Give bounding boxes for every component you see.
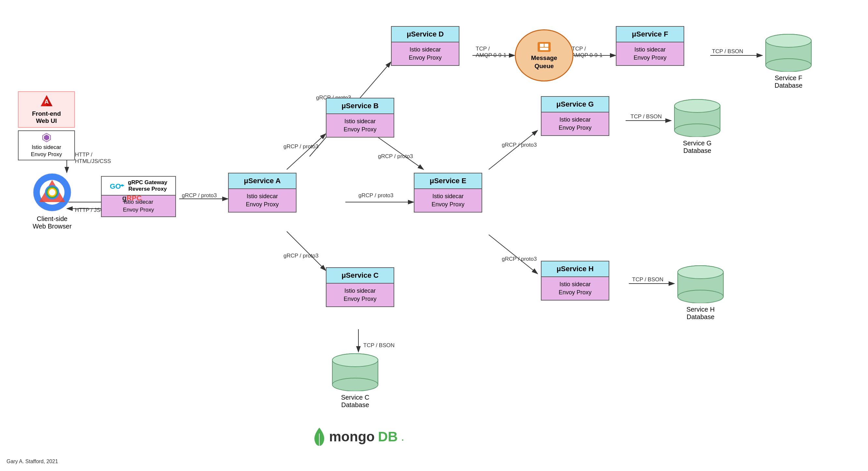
service-a-name: μService A (229, 173, 296, 189)
service-h-box: μService H Istio sidecarEnvoy Proxy (541, 261, 609, 300)
db-h-label: Service HDatabase (675, 306, 726, 321)
svg-point-41 (766, 59, 811, 72)
svg-line-6 (287, 134, 326, 170)
label-grpc-gateway: gRCP / proto3 (182, 192, 217, 199)
label-tcp-bson-c: TCP / BSON (363, 342, 395, 349)
svg-text:GO: GO (110, 182, 121, 190)
service-g-name: μService G (541, 97, 609, 113)
svg-rect-33 (545, 44, 548, 47)
service-a-sidecar: Istio sidecarEnvoy Proxy (229, 189, 296, 212)
svg-point-45 (675, 124, 720, 137)
db-f: Service FDatabase (763, 33, 814, 89)
svg-line-16 (489, 235, 537, 274)
svg-point-46 (675, 99, 720, 113)
arrows-svg (0, 0, 868, 471)
svg-rect-34 (540, 48, 548, 50)
service-c-box: μService C Istio sidecarEnvoy Proxy (326, 267, 394, 307)
label-grpc-ae: gRCP / proto3 (359, 192, 393, 199)
label-grpc-be: gRCP / proto3 (378, 153, 413, 160)
svg-point-37 (332, 378, 378, 391)
service-f-name: μService F (617, 27, 684, 42)
service-c-sidecar: Istio sidecarEnvoy Proxy (327, 284, 394, 306)
service-e-name: μService E (414, 173, 482, 189)
label-grpc-eh: gRCP / proto3 (502, 256, 537, 262)
service-a-box: μService A Istio sidecarEnvoy Proxy (228, 173, 297, 212)
label-tcp-amqp-df: TCP /AMQP 0-9-1 (476, 46, 506, 59)
service-h-name: μService H (541, 261, 609, 277)
service-b-name: μService B (327, 98, 394, 114)
mongodb-logo: mongoDB. (313, 427, 404, 446)
diagram-container: HTTP /HTML/JS/CSS HTTP / JSON gRCP / pro… (0, 0, 868, 471)
svg-point-49 (678, 290, 723, 303)
service-f-sidecar: Istio sidecarEnvoy Proxy (617, 42, 684, 65)
svg-point-42 (766, 34, 811, 47)
service-f-box: μService F Istio sidecarEnvoy Proxy (616, 26, 684, 66)
svg-point-38 (332, 354, 378, 367)
label-grpc-ac: gRCP / proto3 (283, 253, 318, 259)
service-b-box: μService B Istio sidecarEnvoy Proxy (326, 98, 394, 138)
svg-point-24 (49, 189, 55, 196)
svg-point-50 (678, 266, 723, 279)
message-queue-box: MessageQueue (515, 29, 574, 82)
mq-label: MessageQueue (531, 54, 557, 70)
db-h: Service HDatabase (675, 264, 726, 321)
browser-icon (33, 173, 72, 213)
frontend-label: Front-endWeb UI (21, 110, 72, 124)
db-g: Service GDatabase (671, 98, 723, 154)
service-h-sidecar: Istio sidecarEnvoy Proxy (541, 277, 609, 300)
db-c: Service CDatabase (329, 352, 381, 409)
frontend-box: A Front-endWeb UI (18, 91, 75, 128)
svg-line-8 (287, 231, 326, 270)
service-d-name: μService D (392, 27, 459, 42)
frontend-sidecar-label: Istio sidecarEnvoy Proxy (20, 144, 73, 158)
label-grpc-ab: gRCP / proto3 (283, 143, 318, 150)
service-e-sidecar: Istio sidecarEnvoy Proxy (414, 189, 482, 212)
svg-rect-31 (537, 42, 551, 52)
db-f-label: Service FDatabase (763, 74, 814, 89)
grpc-logo-label: gRPC (122, 192, 142, 203)
label-tcp-bson-f: TCP / BSON (712, 48, 743, 55)
label-http-html: HTTP /HTML/JS/CSS (75, 152, 111, 165)
db-g-label: Service GDatabase (671, 140, 723, 154)
label-tcp-bson-g: TCP / BSON (630, 113, 662, 120)
service-d-sidecar: Istio sidecarEnvoy Proxy (392, 42, 459, 65)
service-d-box: μService D Istio sidecarEnvoy Proxy (391, 26, 459, 66)
service-g-box: μService G Istio sidecarEnvoy Proxy (541, 96, 609, 136)
service-e-box: μService E Istio sidecarEnvoy Proxy (414, 173, 482, 212)
label-tcp-bson-h: TCP / BSON (632, 276, 663, 283)
db-c-label: Service CDatabase (329, 394, 381, 409)
frontend-istio-box: Istio sidecarEnvoy Proxy (18, 130, 75, 160)
label-grpc-eg: gRCP / proto3 (502, 142, 537, 148)
browser-label: Client-side Web Browser (29, 215, 75, 230)
svg-line-14 (489, 130, 537, 170)
footer-text: Gary A. Stafford, 2021 (6, 459, 58, 465)
svg-text:A: A (44, 98, 49, 105)
service-g-sidecar: Istio sidecarEnvoy Proxy (541, 113, 609, 135)
svg-rect-32 (540, 44, 544, 47)
service-c-name: μService C (327, 268, 394, 284)
service-b-sidecar: Istio sidecarEnvoy Proxy (327, 114, 394, 137)
label-tcp-amqp-mf: TCP /AMQP 0-9-1 (572, 46, 602, 59)
